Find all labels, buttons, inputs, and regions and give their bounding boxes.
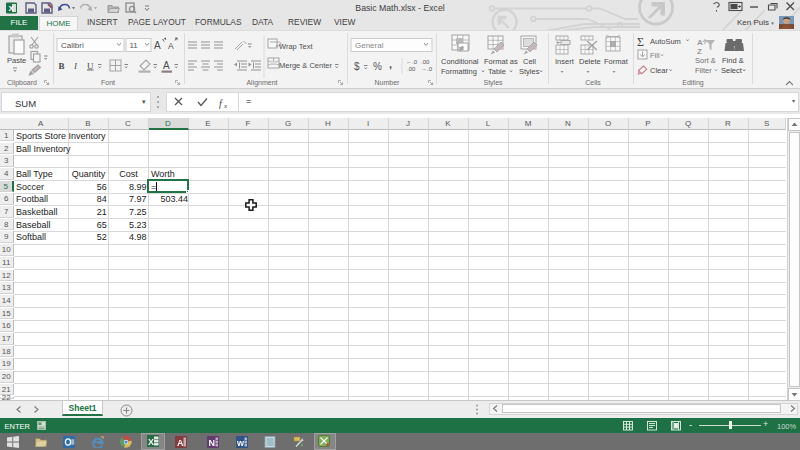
svg-text:A: A — [163, 60, 170, 71]
svg-text:Format: Format — [604, 57, 629, 66]
svg-text:w: w — [236, 438, 245, 448]
svg-text:Styles: Styles — [519, 67, 540, 76]
svg-text:General: General — [355, 41, 384, 50]
svg-text:Clear: Clear — [650, 66, 668, 75]
svg-text:x: x — [223, 102, 228, 110]
svg-text:Table: Table — [488, 67, 506, 76]
svg-text:Cell: Cell — [523, 57, 536, 66]
svg-text:X: X — [9, 4, 15, 13]
svg-text:≠: ≠ — [460, 45, 464, 52]
svg-text:X: X — [148, 437, 154, 447]
svg-text:A: A — [177, 438, 184, 448]
svg-text:B: B — [59, 61, 65, 71]
svg-text:.00: .00 — [407, 66, 416, 72]
svg-text:Calibri: Calibri — [61, 41, 84, 50]
svg-text:,: , — [389, 58, 392, 70]
svg-text:Format as: Format as — [484, 57, 518, 66]
svg-text:A: A — [168, 41, 174, 51]
svg-text:Select: Select — [721, 66, 743, 75]
svg-text:←.0: ←.0 — [406, 59, 418, 65]
svg-text:%: % — [373, 61, 382, 72]
svg-text:11: 11 — [130, 41, 139, 50]
svg-text:Wrap Text: Wrap Text — [279, 42, 313, 51]
svg-text:I: I — [73, 61, 78, 71]
svg-text:A: A — [154, 40, 161, 51]
svg-text:Merge & Center: Merge & Center — [279, 61, 332, 70]
svg-text:Formatting: Formatting — [441, 67, 477, 76]
svg-text:Paste: Paste — [7, 56, 26, 65]
svg-text:Z: Z — [697, 47, 702, 56]
svg-text:Conditional: Conditional — [441, 57, 479, 66]
svg-text:Find &: Find & — [722, 56, 744, 65]
svg-text:.00: .00 — [421, 59, 430, 65]
svg-text:f: f — [219, 98, 223, 109]
svg-text:Filter: Filter — [695, 66, 712, 75]
svg-text:U: U — [87, 61, 94, 71]
svg-text:Delete: Delete — [579, 57, 601, 66]
svg-text:N: N — [209, 438, 216, 448]
svg-text:AutoSum: AutoSum — [650, 37, 681, 46]
svg-text:Σ: Σ — [637, 35, 644, 49]
svg-text:A: A — [697, 38, 703, 47]
svg-text:Sort &: Sort & — [695, 56, 716, 65]
svg-text:Fill: Fill — [650, 51, 660, 60]
svg-text:Insert: Insert — [555, 57, 575, 66]
svg-text:→.0: →.0 — [421, 66, 433, 72]
svg-text:$: $ — [354, 61, 360, 72]
